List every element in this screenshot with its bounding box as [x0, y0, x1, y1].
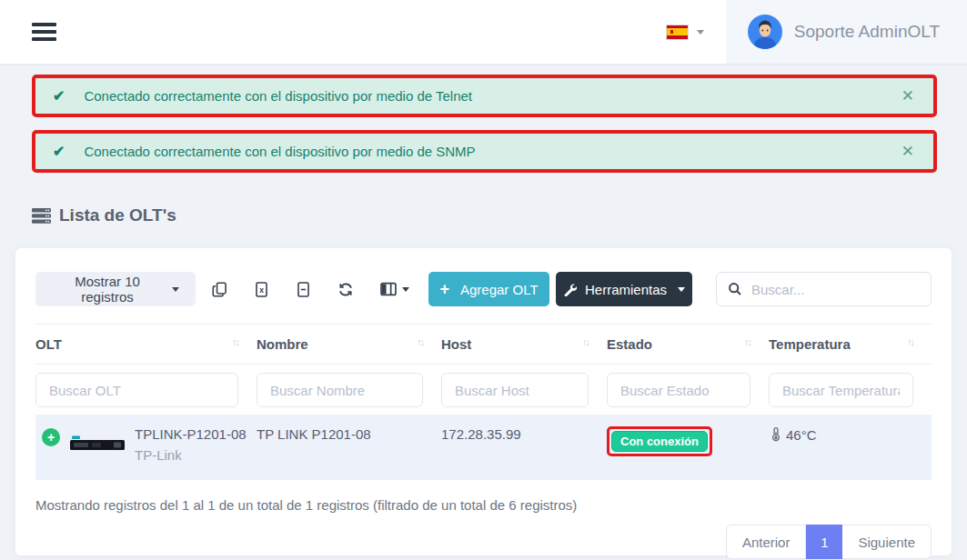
- top-navbar: Soporte AdminOLT: [0, 0, 967, 64]
- wrench-icon: [563, 283, 577, 296]
- user-menu[interactable]: Soporte AdminOLT: [726, 0, 967, 64]
- olt-name: TPLINK-P1201-08: [135, 426, 247, 442]
- filter-olt-input[interactable]: [35, 373, 238, 407]
- olt-table-card: Mostrar 10 registros x: [15, 248, 952, 555]
- sort-icon: ↑↓: [582, 336, 589, 347]
- language-dropdown[interactable]: [666, 25, 704, 40]
- tools-dropdown-button[interactable]: Herramientas: [556, 272, 692, 306]
- column-header-nombre[interactable]: Nombre↑↓: [257, 325, 441, 365]
- page-length-dropdown[interactable]: Mostrar 10 registros: [35, 272, 196, 306]
- copy-icon[interactable]: [205, 276, 235, 303]
- add-olt-button[interactable]: + Agregar OLT: [428, 272, 549, 306]
- user-name: Soporte AdminOLT: [794, 22, 940, 42]
- olt-table: OLT↑↓ Nombre↑↓ Host↑↓ Estado↑↓ Temperatu…: [35, 324, 932, 480]
- table-toolbar: Mostrar 10 registros x: [35, 272, 932, 306]
- table-search: [716, 272, 932, 306]
- filter-host-input[interactable]: [441, 373, 589, 407]
- column-header-estado[interactable]: Estado↑↓: [607, 325, 769, 365]
- hamburger-menu-icon[interactable]: [32, 23, 56, 41]
- sort-icon: ↑↓: [907, 336, 913, 347]
- avatar: [748, 15, 782, 49]
- column-label: Nombre: [257, 336, 308, 352]
- caret-down-icon: [678, 287, 685, 292]
- pagination-next-button[interactable]: Siguiente: [842, 525, 932, 559]
- cell-nombre: TP LINK P1201-08: [257, 415, 441, 480]
- annotation-box: Con conexión: [607, 426, 712, 456]
- filter-nombre-input[interactable]: [257, 373, 423, 407]
- column-header-host[interactable]: Host↑↓: [441, 325, 607, 365]
- column-label: Temperatura: [769, 336, 851, 352]
- filter-temperatura-input[interactable]: [769, 373, 913, 407]
- pagination-prev-button[interactable]: Anterior: [726, 525, 807, 559]
- column-label: Host: [441, 336, 471, 352]
- pagination-page-1[interactable]: 1: [806, 525, 842, 559]
- column-visibility-icon[interactable]: [373, 276, 417, 302]
- status-badge: Con conexión: [611, 431, 708, 452]
- page-title: Lista de OLT's: [32, 205, 967, 225]
- olt-brand: TP-Link: [135, 447, 247, 463]
- plus-icon: +: [439, 281, 449, 297]
- tools-label: Herramientas: [585, 282, 667, 297]
- file-export-icon[interactable]: [288, 276, 318, 303]
- refresh-icon[interactable]: [330, 276, 361, 303]
- check-icon: ✔: [53, 87, 65, 105]
- excel-export-icon[interactable]: x: [247, 276, 277, 303]
- cell-temperatura: 46°C: [786, 427, 817, 443]
- filter-estado-input[interactable]: [607, 373, 750, 407]
- alert-telnet-success: ✔ Conectado correctamente con el disposi…: [32, 75, 937, 117]
- add-olt-label: Agregar OLT: [460, 282, 539, 297]
- check-icon: ✔: [53, 143, 65, 160]
- expand-row-icon[interactable]: +: [42, 428, 60, 446]
- page-length-label: Mostrar 10 registros: [52, 274, 163, 305]
- column-header-temperatura[interactable]: Temperatura↑↓: [769, 325, 932, 365]
- alerts-area: ✔ Conectado correctamente con el disposi…: [32, 75, 937, 173]
- server-icon: [32, 208, 51, 224]
- sort-icon: ↑↓: [744, 336, 750, 347]
- column-label: OLT: [35, 336, 62, 352]
- search-icon: [728, 282, 742, 296]
- sort-icon: ↑↓: [232, 336, 238, 347]
- table-row: + TPLINK-P1201-08: [35, 415, 932, 480]
- sort-icon: ↑↓: [417, 336, 423, 347]
- thermometer-icon: [769, 426, 783, 443]
- alert-message: Conectado correctamente con el dispositi…: [84, 144, 899, 159]
- filter-row: [35, 365, 932, 415]
- svg-text:x: x: [259, 285, 264, 295]
- caret-down-icon: [172, 287, 179, 292]
- olt-device-image: [70, 435, 125, 455]
- close-icon[interactable]: ✕: [900, 86, 916, 105]
- caret-down-icon: [697, 30, 704, 35]
- table-info: Mostrando registros del 1 al 1 de un tot…: [35, 497, 932, 513]
- column-label: Estado: [607, 336, 652, 352]
- cell-host: 172.28.35.99: [441, 415, 607, 480]
- column-header-olt[interactable]: OLT↑↓: [35, 325, 257, 365]
- alert-message: Conectado correctamente con el dispositi…: [84, 88, 899, 104]
- pagination: Anterior 1 Siguiente: [35, 525, 932, 559]
- search-input[interactable]: [751, 282, 932, 297]
- caret-down-icon: [402, 287, 409, 292]
- export-buttons: x: [205, 276, 417, 303]
- header-row: OLT↑↓ Nombre↑↓ Host↑↓ Estado↑↓ Temperatu…: [35, 325, 932, 365]
- alert-snmp-success: ✔ Conectado correctamente con el disposi…: [32, 130, 937, 173]
- spain-flag-icon: [666, 25, 689, 40]
- page-title-text: Lista de OLT's: [59, 205, 176, 225]
- close-icon[interactable]: ✕: [900, 142, 916, 161]
